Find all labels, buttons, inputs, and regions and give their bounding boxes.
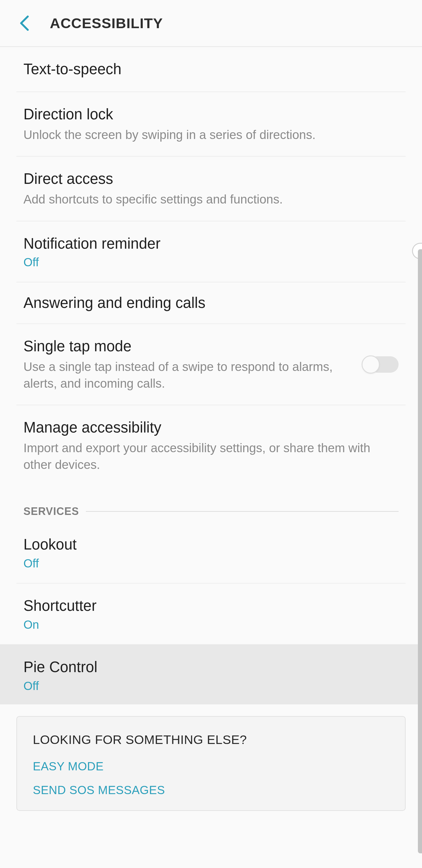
row-title: Direction lock bbox=[24, 105, 398, 124]
app-header: ACCESSIBILITY bbox=[0, 0, 422, 47]
row-title: Pie Control bbox=[24, 658, 398, 677]
looking-for-card: LOOKING FOR SOMETHING ELSE? EASY MODE SE… bbox=[17, 716, 405, 811]
row-direction-lock[interactable]: Direction lock Unlock the screen by swip… bbox=[0, 92, 422, 156]
link-send-sos[interactable]: SEND SOS MESSAGES bbox=[33, 783, 389, 797]
page-title: ACCESSIBILITY bbox=[50, 15, 163, 31]
row-title: Lookout bbox=[24, 535, 398, 554]
scrollbar[interactable] bbox=[418, 249, 422, 853]
row-pie-control[interactable]: Pie Control Off bbox=[0, 644, 422, 704]
section-header-services: SERVICES bbox=[0, 491, 422, 526]
back-icon[interactable] bbox=[18, 16, 32, 31]
row-subtitle: Import and export your accessibility set… bbox=[24, 440, 398, 473]
row-title: Answering and ending calls bbox=[24, 293, 398, 312]
row-status: Off bbox=[24, 557, 398, 570]
row-status: On bbox=[24, 618, 398, 631]
section-label: SERVICES bbox=[24, 505, 79, 518]
row-title: Manage accessibility bbox=[24, 418, 398, 437]
row-single-tap-mode[interactable]: Single tap mode Use a single tap instead… bbox=[0, 324, 422, 405]
row-title: Shortcutter bbox=[24, 596, 398, 615]
row-notification-reminder[interactable]: Notification reminder Off bbox=[0, 221, 422, 282]
row-lookout[interactable]: Lookout Off bbox=[0, 526, 422, 583]
link-easy-mode[interactable]: EASY MODE bbox=[33, 760, 389, 773]
toggle-thumb bbox=[362, 355, 380, 374]
row-title: Single tap mode bbox=[24, 337, 352, 356]
single-tap-toggle[interactable] bbox=[363, 355, 398, 374]
row-shortcutter[interactable]: Shortcutter On bbox=[0, 584, 422, 644]
row-subtitle: Unlock the screen by swiping in a series… bbox=[24, 127, 398, 144]
row-status: Off bbox=[24, 679, 398, 693]
row-subtitle: Use a single tap instead of a swipe to r… bbox=[24, 359, 352, 392]
row-title: Direct access bbox=[24, 169, 398, 188]
row-manage-accessibility[interactable]: Manage accessibility Import and export y… bbox=[0, 405, 422, 491]
row-title: Text-to-speech bbox=[24, 60, 398, 79]
section-line bbox=[86, 511, 398, 512]
row-direct-access[interactable]: Direct access Add shortcuts to specific … bbox=[0, 157, 422, 220]
row-answering-ending-calls[interactable]: Answering and ending calls bbox=[0, 282, 422, 323]
row-text-to-speech[interactable]: Text-to-speech bbox=[0, 47, 422, 92]
row-status: Off bbox=[24, 256, 398, 269]
row-title: Notification reminder bbox=[24, 234, 398, 253]
accessibility-settings-screen: ACCESSIBILITY Text-to-speech Direction l… bbox=[0, 0, 422, 868]
card-title: LOOKING FOR SOMETHING ELSE? bbox=[33, 733, 389, 747]
row-subtitle: Add shortcuts to specific settings and f… bbox=[24, 191, 398, 208]
settings-list: Text-to-speech Direction lock Unlock the… bbox=[0, 47, 422, 811]
